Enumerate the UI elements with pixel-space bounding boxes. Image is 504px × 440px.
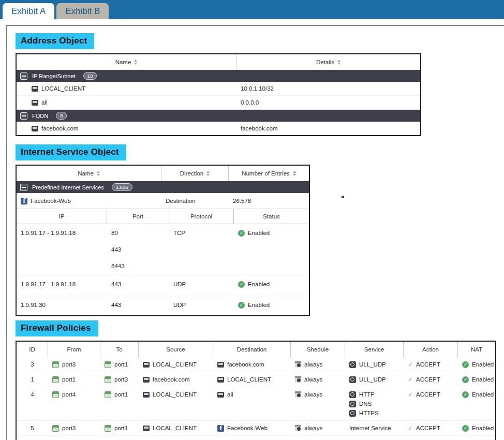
section-title-internet-service-object: Internet Service Object (16, 144, 126, 160)
column-header-label: Name (115, 59, 131, 65)
cell-from: port3 (48, 361, 100, 368)
accept-check-icon (408, 425, 413, 432)
enabled-status-icon (462, 361, 469, 368)
collapse-icon[interactable] (20, 184, 27, 191)
column-header-name[interactable]: Name (17, 54, 236, 70)
host-icon (143, 377, 150, 383)
address-details: 0.0.0.0 (241, 99, 259, 106)
column-header-name[interactable]: Name (17, 166, 161, 181)
internet-service-icon (349, 410, 356, 417)
host-icon (217, 362, 224, 368)
exhibit-panel: Address Object NameDetails IP Range/Subn… (6, 25, 504, 440)
section-title-address-object: Address Object (16, 33, 94, 49)
accept-check-icon (408, 361, 413, 368)
cell-entries: 26.578 (229, 198, 309, 204)
host-icon (32, 86, 38, 92)
cell-to: port1 (100, 361, 139, 368)
interface-icon (52, 425, 59, 432)
enabled-status-icon (238, 230, 245, 237)
cell-protocol: UDP (169, 281, 234, 288)
source-label: LOCAL_CLIENT (153, 361, 197, 368)
service-detail-header: IPPortProtocolStatus (17, 209, 309, 224)
cell-port: 443 (107, 301, 169, 309)
column-header-source: Source (139, 342, 213, 357)
column-header-shedule: Shedule (291, 342, 345, 357)
policy-id: 4 (31, 391, 34, 398)
column-header-ip: IP (17, 209, 107, 224)
host-icon (217, 392, 224, 398)
interface-icon (105, 361, 111, 368)
ip-range: 1.9.91.17 - 1.9.91.18 (21, 229, 76, 237)
column-header-status: Status (234, 209, 309, 224)
from-interface: port1 (62, 376, 76, 383)
nat-label: Enabled (472, 361, 494, 368)
policy-id: 1 (31, 376, 34, 383)
cell-action: ACCEPT (404, 361, 458, 368)
column-header-label: Name (78, 170, 94, 177)
cell-source: LOCAL_CLIENT (139, 391, 213, 398)
internet-service-icon (349, 361, 356, 368)
policy-row: 4port4port1LOCAL_CLIENTallalwaysHTTPDNSH… (17, 387, 495, 421)
source-label: LOCAL_CLIENT (153, 391, 197, 398)
cell-details: 10.0.1.10/32 (236, 85, 420, 92)
internet-service-icon (349, 401, 356, 407)
service-label: Internet Service (349, 424, 391, 432)
host-icon (143, 362, 150, 368)
sort-icon (206, 171, 210, 176)
host-icon (32, 126, 38, 131)
address-row: all0.0.0.0 (17, 96, 420, 110)
service-entry: ULL_UDP (349, 376, 386, 383)
column-header-label: Port (132, 213, 143, 219)
tab-bar: Exhibit AExhibit B (0, 0, 504, 19)
column-header-details[interactable]: Details (236, 54, 420, 70)
enabled-status-icon (462, 391, 469, 398)
cell-destination: Facebook-Web (213, 424, 291, 432)
cell-protocol: UDP (169, 301, 234, 309)
address-name: all (41, 99, 48, 106)
cell-status: Enabled (234, 229, 309, 237)
enabled-status-icon (462, 376, 469, 383)
cell-policy-id: 4 (17, 391, 48, 398)
service-entry: ULL_UDP (349, 361, 386, 368)
service-name: Facebook-Web (31, 198, 71, 204)
collapse-icon[interactable] (20, 72, 27, 80)
port-value: 443 (111, 246, 121, 254)
cell-name: facebook.com (17, 125, 236, 131)
count-badge: 1,635 (112, 183, 132, 191)
cell-name: Facebook-Web (17, 198, 161, 204)
address-details: 10.0.1.10/32 (241, 85, 274, 92)
destination-label: Facebook-Web (227, 424, 268, 432)
column-header-destination: Destination (213, 342, 291, 357)
cell-ip: 1.9.91.17 - 1.9.91.18 (17, 229, 107, 237)
destination-label: all (227, 391, 233, 398)
service-label: HTTP (359, 391, 375, 398)
sort-icon (337, 60, 340, 65)
cell-name: LOCAL_CLIENT (17, 85, 236, 92)
column-header-from: From (48, 342, 100, 357)
cell-status: Enabled (234, 301, 309, 309)
tab-exhibit-b[interactable]: Exhibit B (56, 3, 109, 19)
policy-id: 3 (31, 361, 34, 368)
column-header-nat: NAT (458, 342, 495, 357)
tab-exhibit-a[interactable]: Exhibit A (3, 3, 54, 19)
port-value: 443 (111, 281, 121, 288)
to-interface: port1 (114, 391, 128, 398)
nat-label: Enabled (472, 424, 494, 432)
port-value: 443 (111, 301, 121, 309)
column-header-number-of-entries[interactable]: Number of Entries (229, 166, 309, 181)
enabled-status-icon (462, 425, 469, 432)
column-header-label: Status (263, 213, 280, 219)
destination-label: LOCAL_CLIENT (227, 376, 271, 383)
action-label: ACCEPT (416, 391, 440, 398)
cell-nat: Enabled (458, 376, 495, 383)
column-header-to: To (100, 342, 139, 357)
collapse-icon[interactable] (20, 112, 27, 120)
column-header-direction[interactable]: Direction (161, 166, 229, 181)
schedule-icon (295, 425, 301, 431)
cell-service: Internet Service (345, 424, 404, 432)
policy-row: 5port3port1LOCAL_CLIENTFacebook-Webalway… (17, 421, 495, 436)
cell-source: facebook.com (139, 376, 213, 383)
cell-action: ACCEPT (404, 424, 458, 432)
count-badge: 8 (56, 112, 67, 120)
cell-from: port3 (48, 424, 100, 432)
